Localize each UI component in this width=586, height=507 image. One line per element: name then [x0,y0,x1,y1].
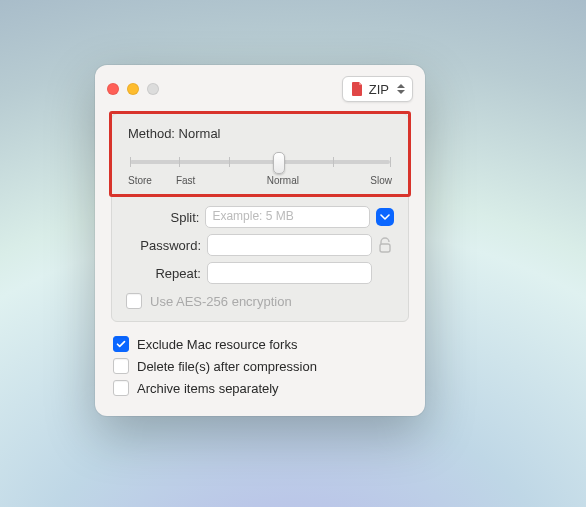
method-label: Method: [128,126,179,141]
aes-row: Use AES-256 encryption [112,287,408,309]
slider-label-normal: Normal [195,175,370,186]
delete-label: Delete file(s) after compression [137,359,317,374]
exclude-label: Exclude Mac resource forks [137,337,297,352]
slider-label-slow: Slow [370,175,392,186]
password-input[interactable] [207,234,372,256]
stepper-icon [397,84,406,94]
bottom-options: Exclude Mac resource forks Delete file(s… [113,336,407,396]
titlebar: ZIP [95,65,425,113]
svg-rect-0 [380,244,390,252]
repeat-input[interactable] [207,262,372,284]
exclude-checkbox[interactable] [113,336,129,352]
compression-panel: Method: Normal Store Fast Normal [111,113,409,322]
slider-label-store: Store [128,175,152,186]
minimize-button[interactable] [127,83,139,95]
aes-label: Use AES-256 encryption [150,294,292,309]
lock-icon [378,237,392,253]
zip-file-icon [351,82,363,96]
split-input[interactable]: Example: 5 MB [205,206,370,228]
aes-checkbox[interactable] [126,293,142,309]
separate-label: Archive items separately [137,381,279,396]
slider-label-fast: Fast [176,175,195,186]
split-label: Split: [126,210,199,225]
method-value: Normal [179,126,221,141]
password-label: Password: [126,238,201,253]
format-label: ZIP [369,82,389,97]
zoom-button[interactable] [147,83,159,95]
separate-checkbox[interactable] [113,380,129,396]
method-slider[interactable] [130,153,390,171]
keka-options-dialog: ZIP Method: Normal [95,65,425,416]
split-help-button[interactable] [376,208,394,226]
format-select[interactable]: ZIP [342,76,413,102]
password-row: Password: [112,231,408,259]
method-line: Method: Normal [128,126,392,141]
split-row: Split: Example: 5 MB [112,203,408,231]
method-highlight: Method: Normal Store Fast Normal [109,111,411,197]
close-button[interactable] [107,83,119,95]
delete-checkbox[interactable] [113,358,129,374]
repeat-label: Repeat: [126,266,201,281]
slider-knob[interactable] [273,152,285,174]
repeat-row: Repeat: [112,259,408,287]
